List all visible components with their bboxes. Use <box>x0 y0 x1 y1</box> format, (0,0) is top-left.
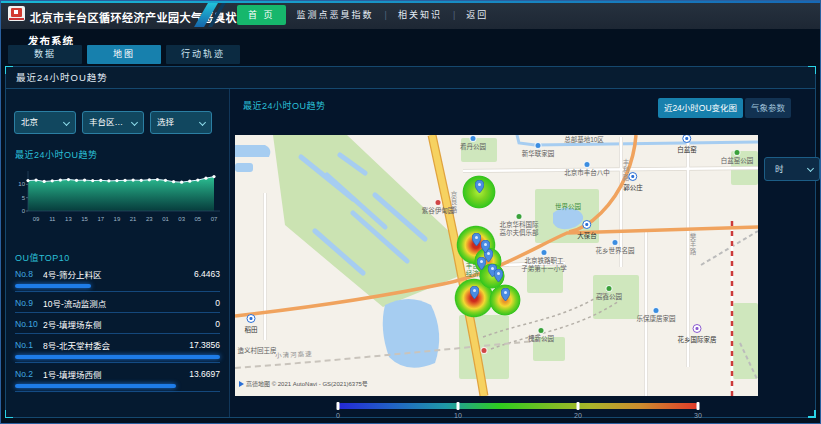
nav-item-2[interactable]: 相关知识 <box>387 5 453 25</box>
ou-site-name: 4号-筛分上料区 <box>43 268 194 280</box>
region-select[interactable]: 北京 <box>14 111 76 134</box>
panel-header: 最近24小时OU趋势 <box>6 67 815 89</box>
legend-tick-label: 10 <box>454 412 462 419</box>
svg-text:05: 05 <box>194 216 201 222</box>
ou-row-line: No.18号-北天堂村委会17.3856 <box>15 339 220 351</box>
ou-rank: No.2 <box>15 369 43 379</box>
metro-name: 白盆窑 <box>677 144 697 154</box>
ou-value-bar <box>15 355 220 359</box>
map-poi-label-0: 看丹公园 <box>460 143 486 151</box>
blue-poi-icon <box>612 239 619 246</box>
svg-text:0: 0 <box>22 208 26 214</box>
site-select[interactable]: 选择 <box>150 111 212 134</box>
weather-params-button[interactable]: 气象参数 <box>745 98 791 118</box>
map-poi-label-11: 紫谷伊甸园 <box>422 207 455 215</box>
legend-tick-label: 20 <box>574 412 582 419</box>
view-tabs: 数据地图行动轨迹 <box>8 45 240 64</box>
main-nav: 首 页监测点恶臭指数|相关知识|返回 <box>237 5 499 25</box>
map-section: 最近24小时OU趋势 近24小时OU变化图 气象参数 <box>231 89 815 417</box>
ou-rank: No.9 <box>15 298 43 308</box>
legend-tick-label: 30 <box>694 412 702 419</box>
legend-tick-mark <box>457 402 460 410</box>
map-attribution: 高德地图 © 2021 AutoNavi - GS(2021)6375号 <box>239 379 368 388</box>
map-pin-icon[interactable] <box>477 256 486 274</box>
ou-rank: No.8 <box>15 269 43 279</box>
chevron-down-icon <box>131 119 138 126</box>
map-poi-label-3: 北京市丰台八中 <box>564 169 610 177</box>
svg-text:21: 21 <box>130 216 137 222</box>
ou-value: 13.6697 <box>189 369 220 379</box>
heat-map[interactable]: 高德地图 © 2021 AutoNavi - GS(2021)6375号 看丹公… <box>235 135 758 396</box>
ou-list-row-1: No.910号-流动监测点0 <box>15 292 220 313</box>
map-poi-label-4: 世界公园 <box>555 203 581 211</box>
ou-value: 6.4463 <box>194 269 220 279</box>
map-poi-label-5: 北京华科国际高尔夫俱乐部 <box>500 221 539 237</box>
map-poi-label-10: 白盆窑公园 <box>721 157 754 165</box>
trend-chart: 0510091113151719212301030507 <box>10 165 226 227</box>
nav-item-1[interactable]: 监测点恶臭指数 <box>286 5 385 25</box>
road-label-1: 樊羊路 <box>687 233 697 256</box>
ou-rank: No.10 <box>15 319 43 329</box>
ou-list-row-4: No.21号-填埋场西侧13.6697 <box>15 363 220 392</box>
map-pin-icon[interactable] <box>494 268 503 286</box>
ou-row-line: No.102号-填埋场东侧0 <box>15 318 220 330</box>
page-title: 北京市丰台区循环经济产业园大气恶臭状况实时 <box>30 9 272 25</box>
blue-poi-icon <box>470 135 477 142</box>
metro-name: 郭公庄 <box>623 182 643 192</box>
metro-icon <box>629 172 638 181</box>
map-poi-label-1: 总部基地10区 <box>564 136 604 144</box>
blue-poi-icon <box>535 142 542 149</box>
ou-row-line: No.84号-筛分上料区6.4463 <box>15 268 220 280</box>
ou-row-line: No.21号-填埋场西侧13.6697 <box>15 368 220 380</box>
legend-gradient-bar: 0102030 <box>338 403 698 409</box>
map-pin-icon[interactable] <box>472 232 481 250</box>
blue-poi-icon <box>541 249 548 256</box>
ou-top-list: No.84号-筛分上料区6.4463No.910号-流动监测点0No.102号-… <box>15 263 220 392</box>
map-poi-label-6: 花乡世界名园 <box>596 247 635 255</box>
tab-1[interactable]: 地图 <box>87 45 161 64</box>
amap-logo-icon <box>239 381 244 387</box>
metro-icon <box>247 314 256 323</box>
app-logo-icon <box>8 6 25 21</box>
top-bar: 北京市丰台区循环经济产业园大气恶臭状况实时 首 页监测点恶臭指数|相关知识|返回 <box>1 1 820 29</box>
nav-item-0[interactable]: 首 页 <box>237 5 286 25</box>
map-pin-icon[interactable] <box>501 287 510 305</box>
legend-tick-label: 0 <box>336 412 340 419</box>
map-pin-icon[interactable] <box>481 239 490 257</box>
map-pin-icon[interactable] <box>475 179 484 197</box>
ou-site-name: 10号-流动监测点 <box>43 297 215 309</box>
ou-change-chart-button[interactable]: 近24小时OU变化图 <box>658 98 743 118</box>
filter-bar: 北京丰台区循环经济产选择 <box>14 111 212 134</box>
blue-poi-icon <box>653 307 660 314</box>
chevron-down-icon <box>63 119 70 126</box>
svg-text:5: 5 <box>22 195 26 201</box>
road-label-3: 小清河高速 <box>275 348 313 360</box>
tab-0[interactable]: 数据 <box>8 45 82 64</box>
metro-name: 稻田 <box>245 324 258 334</box>
map-pin-icon[interactable] <box>470 285 479 303</box>
park-select[interactable]: 丰台区循环经济产 <box>82 111 144 134</box>
metro-name: 大葆台 <box>577 230 597 240</box>
metro-station-1: 大葆台 <box>577 220 597 240</box>
ou-row-line: No.910号-流动监测点0 <box>15 297 220 309</box>
nav-item-3[interactable]: 返回 <box>455 5 499 25</box>
metro-name: 花乡国际家居 <box>678 334 717 344</box>
top-accent-line <box>1 1 820 3</box>
ou-list-row-3: No.18号-北天堂村委会17.3856 <box>15 334 220 363</box>
chevron-down-icon <box>199 119 206 126</box>
tab-2[interactable]: 行动轨迹 <box>166 45 240 64</box>
green-poi-icon <box>538 327 545 334</box>
svg-text:07: 07 <box>211 216 218 222</box>
time-unit-select[interactable]: 时 <box>764 157 820 181</box>
left-sidebar: 北京丰台区循环经济产选择 最近24小时OU趋势 0510091113151719… <box>6 89 230 417</box>
map-poi-label-12: 北京铁路职工子弟第十一小学 <box>521 257 567 273</box>
map-poi-label-13: 造义村回王房 <box>238 347 277 355</box>
map-panel-label: 最近24小时OU趋势 <box>243 99 326 112</box>
ou-list-row-0: No.84号-筛分上料区6.4463 <box>15 263 220 292</box>
metro-icon <box>693 324 702 333</box>
svg-text:09: 09 <box>33 216 40 222</box>
map-poi-label-9: 槐新公园 <box>528 335 554 343</box>
legend-tick-mark <box>337 402 340 410</box>
ou-value-bar <box>15 384 176 388</box>
svg-text:10: 10 <box>18 181 25 187</box>
